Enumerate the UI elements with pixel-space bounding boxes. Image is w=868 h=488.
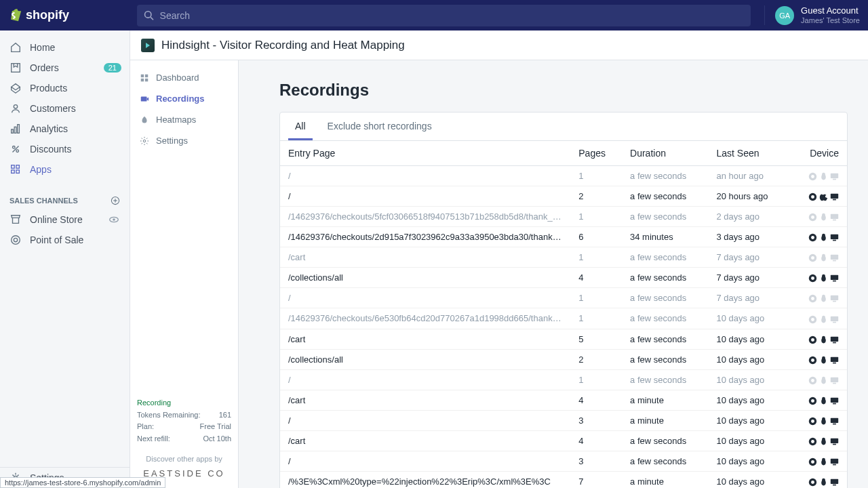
duration: a few seconds [622, 247, 708, 268]
svg-point-27 [143, 140, 146, 142]
channel-online-store[interactable]: Online Store [0, 209, 130, 230]
svg-rect-13 [16, 170, 20, 174]
nav-products[interactable]: Products [0, 78, 130, 98]
col-duration[interactable]: Duration [622, 141, 708, 166]
account-menu[interactable]: GA Guest Account James' Test Store [764, 5, 860, 25]
svg-rect-103 [833, 424, 836, 425]
table-row[interactable]: /collections/all2a few seconds10 days ag… [280, 349, 847, 369]
badge: 21 [104, 63, 121, 73]
table-row[interactable]: /1a few seconds10 days ago [280, 369, 847, 390]
table-row[interactable]: /2a few seconds20 hours ago [280, 186, 847, 207]
svg-point-81 [811, 359, 814, 362]
svg-point-93 [811, 399, 814, 403]
svg-point-29 [811, 175, 814, 178]
table-row[interactable]: /cart5a few seconds10 days ago [280, 329, 847, 349]
entry-page: / [280, 186, 570, 207]
svg-point-57 [811, 277, 814, 280]
svg-rect-66 [831, 296, 838, 300]
subnav-settings[interactable]: Settings [130, 130, 238, 151]
channel-point-of-sale[interactable]: Point of Sale [0, 230, 130, 250]
device-icons [789, 308, 847, 329]
shopify-bag-icon [8, 8, 22, 23]
tab-all[interactable]: All [288, 113, 313, 140]
table-row[interactable]: /3a minute10 days ago [280, 410, 847, 430]
nav-customers[interactable]: Customers [0, 98, 130, 119]
col-entry-page[interactable]: Entry Page [280, 141, 570, 166]
nav-analytics[interactable]: Analytics [0, 119, 130, 139]
top-bar: shopify GA Guest Account James' Test Sto… [0, 0, 868, 30]
table-row[interactable]: /cart4a few seconds10 days ago [280, 430, 847, 451]
col-pages[interactable]: Pages [570, 141, 622, 166]
avatar: GA [775, 6, 794, 25]
table-row[interactable]: /collections/all4a few seconds7 days ago [280, 268, 847, 288]
svg-rect-114 [831, 459, 838, 464]
entry-page: / [280, 410, 570, 430]
entry-page: /14629376/checkouts/6e530fb64cd20d770267… [280, 308, 570, 329]
svg-rect-72 [831, 316, 838, 321]
table-row[interactable]: /14629376/checkouts/2d915a7f3023962c9a33… [280, 227, 847, 247]
duration: a few seconds [622, 308, 708, 329]
svg-rect-48 [831, 235, 838, 239]
subnav-heatmaps[interactable]: Heatmaps [130, 109, 238, 130]
last-seen: 20 hours ago [708, 186, 789, 207]
entry-page: /%3E%3Cxml%20type=%22injection%22%3Erip%… [280, 471, 570, 488]
svg-point-113 [822, 458, 825, 462]
table-row[interactable]: /cart1a few seconds7 days ago [280, 247, 847, 268]
table-row[interactable]: /1a few secondsan hour ago [280, 166, 847, 186]
nav-apps[interactable]: Apps [0, 159, 130, 180]
last-seen: 7 days ago [708, 268, 789, 288]
table-row[interactable]: /14629376/checkouts/5fcf03066518f9407513… [280, 207, 847, 227]
subnav-recordings[interactable]: Recordings [130, 88, 238, 109]
svg-point-117 [811, 481, 814, 484]
last-seen: 7 days ago [708, 288, 789, 308]
svg-point-101 [822, 418, 825, 421]
svg-rect-73 [833, 321, 836, 323]
duration: a few seconds [622, 166, 708, 186]
table-row[interactable]: /cart4a minute10 days ago [280, 390, 847, 410]
col-last-seen[interactable]: Last Seen [708, 141, 789, 166]
entry-page: /cart [280, 430, 570, 451]
table-row[interactable]: /3a few seconds10 days ago [280, 451, 847, 471]
col-device[interactable]: Device [789, 141, 847, 166]
svg-rect-91 [833, 382, 836, 384]
last-seen: 10 days ago [708, 471, 789, 488]
svg-point-45 [811, 236, 814, 239]
table-row[interactable]: /1a few seconds7 days ago [280, 288, 847, 308]
tab-exclude-short-recordings[interactable]: Exclude short recordings [321, 113, 439, 140]
svg-point-65 [822, 295, 825, 298]
svg-point-59 [822, 274, 825, 278]
settings-icon [140, 136, 149, 146]
pages-count: 1 [570, 247, 622, 268]
pages-count: 4 [570, 430, 622, 451]
main-content: Recordings AllExclude short recordings E… [239, 60, 868, 488]
pages-count: 5 [570, 329, 622, 349]
table-row[interactable]: /14629376/checkouts/6e530fb64cd20d770267… [280, 308, 847, 329]
pages-count: 3 [570, 451, 622, 471]
search-input[interactable] [160, 10, 745, 21]
subnav-dashboard[interactable]: Dashboard [130, 67, 238, 88]
duration: a few seconds [622, 186, 708, 207]
svg-point-47 [822, 234, 825, 237]
account-store: James' Test Store [801, 16, 860, 25]
svg-rect-108 [831, 439, 838, 443]
nav-discounts[interactable]: Discounts [0, 139, 130, 159]
svg-rect-55 [833, 260, 836, 262]
entry-page: /14629376/checkouts/2d915a7f3023962c9a33… [280, 227, 570, 247]
svg-line-9 [13, 146, 19, 152]
svg-point-19 [12, 236, 20, 245]
nav-home[interactable]: Home [0, 37, 130, 58]
table-row[interactable]: /%3E%3Cxml%20type=%22injection%22%3Erip%… [280, 471, 847, 488]
nav-orders[interactable]: Orders21 [0, 58, 130, 78]
device-icons [789, 430, 847, 451]
svg-point-20 [14, 238, 17, 241]
device-icons [789, 227, 847, 247]
svg-point-77 [822, 336, 825, 339]
search-bar[interactable] [137, 5, 751, 26]
add-channel-icon[interactable] [111, 196, 120, 205]
svg-point-35 [811, 195, 814, 199]
svg-point-41 [822, 214, 825, 217]
entry-page: / [280, 369, 570, 390]
shopify-logo[interactable]: shopify [8, 8, 130, 23]
page-title: Recordings [279, 81, 848, 100]
eye-icon[interactable] [108, 214, 120, 226]
